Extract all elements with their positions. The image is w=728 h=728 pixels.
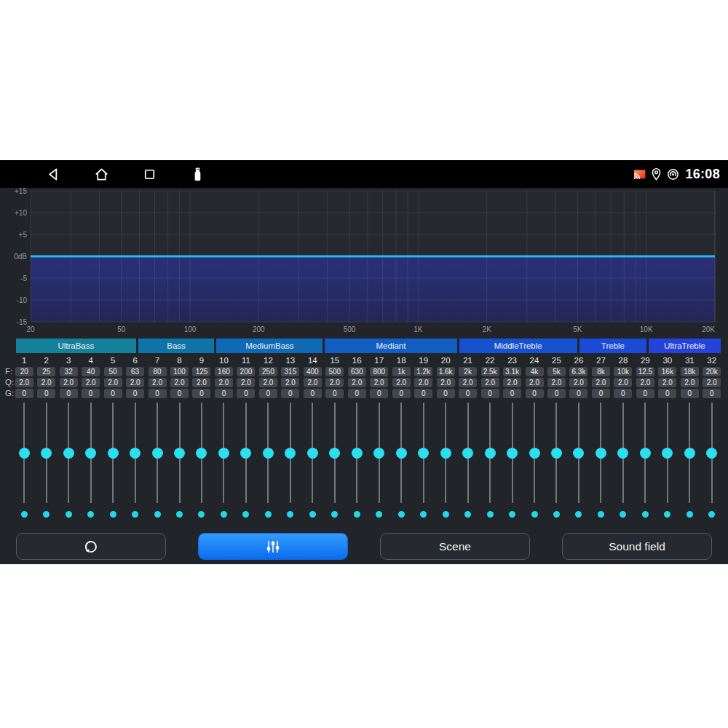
eq-band-21-slider-knob[interactable] xyxy=(462,448,473,459)
eq-band-21-slider[interactable] xyxy=(456,403,478,503)
channel-19-frequency-value[interactable]: 1.2k xyxy=(414,367,432,376)
channel-30-frequency-value[interactable]: 16k xyxy=(658,367,676,376)
channel-26-q-value[interactable]: 2.0 xyxy=(569,378,587,387)
sound-field-button[interactable]: Sound field xyxy=(562,533,712,560)
eq-band-22-slider[interactable] xyxy=(479,403,501,503)
channel-12-gain-value[interactable]: 0 xyxy=(259,389,277,398)
channel-24-q-value[interactable]: 2.0 xyxy=(526,378,544,387)
eq-band-16-slider[interactable] xyxy=(346,403,368,503)
channel-21-gain-value[interactable]: 0 xyxy=(459,389,477,398)
channel-6-q-value[interactable]: 2.0 xyxy=(126,378,144,387)
channel-31-frequency-value[interactable]: 18k xyxy=(681,367,699,376)
channel-9-gain-value[interactable]: 0 xyxy=(192,389,210,398)
channel-10-q-value[interactable]: 2.0 xyxy=(215,378,233,387)
channel-21-q-value[interactable]: 2.0 xyxy=(459,378,477,387)
eq-band-6-slider[interactable] xyxy=(124,403,146,503)
channel-15-gain-value[interactable]: 0 xyxy=(325,389,344,398)
eq-band-2-slider[interactable] xyxy=(35,403,57,503)
eq-band-20-slider-knob[interactable] xyxy=(440,448,451,459)
eq-band-13-slider[interactable] xyxy=(280,403,301,503)
eq-band-11-slider[interactable] xyxy=(235,403,257,503)
channel-20-gain-value[interactable]: 0 xyxy=(437,389,455,398)
channel-16-gain-value[interactable]: 0 xyxy=(348,389,366,398)
channel-4-q-value[interactable]: 2.0 xyxy=(82,378,100,387)
eq-band-32-slider-knob[interactable] xyxy=(706,448,717,459)
eq-band-15-slider-knob[interactable] xyxy=(329,448,340,459)
eq-band-5-slider-knob[interactable] xyxy=(108,448,119,459)
channel-9-frequency-value[interactable]: 125 xyxy=(192,367,210,376)
channel-2-frequency-value[interactable]: 25 xyxy=(37,367,55,376)
channel-18-frequency-value[interactable]: 1k xyxy=(392,367,411,376)
channel-23-gain-value[interactable]: 0 xyxy=(503,389,521,398)
channel-7-gain-value[interactable]: 0 xyxy=(149,389,167,398)
channel-26-gain-value[interactable]: 0 xyxy=(569,389,587,398)
recent-apps-icon[interactable] xyxy=(141,166,158,183)
eq-band-3-slider-knob[interactable] xyxy=(63,448,74,459)
eq-band-3-slider[interactable] xyxy=(58,403,79,503)
channel-28-gain-value[interactable]: 0 xyxy=(614,389,632,398)
channel-27-frequency-value[interactable]: 8k xyxy=(592,367,610,376)
channel-17-q-value[interactable]: 2.0 xyxy=(370,378,388,387)
channel-31-q-value[interactable]: 2.0 xyxy=(681,378,699,387)
eq-band-10-slider[interactable] xyxy=(213,403,234,503)
channel-3-frequency-value[interactable]: 32 xyxy=(60,367,78,376)
channel-17-frequency-value[interactable]: 800 xyxy=(370,367,388,376)
eq-band-7-slider-knob[interactable] xyxy=(152,448,163,459)
channel-3-gain-value[interactable]: 0 xyxy=(60,389,78,398)
channel-5-q-value[interactable]: 2.0 xyxy=(104,378,122,387)
eq-band-6-slider-knob[interactable] xyxy=(130,448,141,459)
eq-band-15-slider[interactable] xyxy=(324,403,346,503)
channel-19-q-value[interactable]: 2.0 xyxy=(414,378,432,387)
channel-2-gain-value[interactable]: 0 xyxy=(37,389,55,398)
eq-band-11-slider-knob[interactable] xyxy=(240,448,251,459)
scene-button[interactable]: Scene xyxy=(380,533,530,560)
channel-25-frequency-value[interactable]: 5k xyxy=(547,367,566,376)
channel-1-gain-value[interactable]: 0 xyxy=(15,389,33,398)
back-icon[interactable] xyxy=(45,166,62,183)
eq-band-29-slider[interactable] xyxy=(634,403,656,503)
channel-27-gain-value[interactable]: 0 xyxy=(592,389,610,398)
eq-band-32-slider[interactable] xyxy=(701,403,723,503)
eq-band-4-slider-knob[interactable] xyxy=(85,448,96,459)
channel-32-gain-value[interactable]: 0 xyxy=(703,389,721,398)
channel-21-frequency-value[interactable]: 2k xyxy=(459,367,477,376)
equalizer-button[interactable] xyxy=(198,533,348,560)
channel-4-frequency-value[interactable]: 40 xyxy=(82,367,100,376)
channel-13-q-value[interactable]: 2.0 xyxy=(281,378,299,387)
eq-band-7-slider[interactable] xyxy=(146,403,168,503)
channel-15-q-value[interactable]: 2.0 xyxy=(325,378,344,387)
eq-band-23-slider[interactable] xyxy=(501,403,523,503)
channel-32-frequency-value[interactable]: 20k xyxy=(703,367,721,376)
channel-13-gain-value[interactable]: 0 xyxy=(281,389,299,398)
channel-11-frequency-value[interactable]: 200 xyxy=(237,367,255,376)
channel-13-frequency-value[interactable]: 315 xyxy=(281,367,299,376)
eq-band-25-slider[interactable] xyxy=(545,403,567,503)
channel-28-frequency-value[interactable]: 10k xyxy=(614,367,632,376)
channel-22-q-value[interactable]: 2.0 xyxy=(481,378,499,387)
channel-32-q-value[interactable]: 2.0 xyxy=(703,378,721,387)
channel-29-gain-value[interactable]: 0 xyxy=(636,389,654,398)
channel-14-q-value[interactable]: 2.0 xyxy=(304,378,322,387)
channel-14-gain-value[interactable]: 0 xyxy=(304,389,322,398)
eq-band-14-slider-knob[interactable] xyxy=(307,448,318,459)
eq-band-20-slider[interactable] xyxy=(435,403,456,503)
eq-band-28-slider[interactable] xyxy=(612,403,634,503)
eq-band-26-slider-knob[interactable] xyxy=(573,448,584,459)
eq-band-10-slider-knob[interactable] xyxy=(218,448,229,459)
eq-band-22-slider-knob[interactable] xyxy=(485,448,496,459)
channel-17-gain-value[interactable]: 0 xyxy=(370,389,388,398)
eq-band-12-slider-knob[interactable] xyxy=(263,448,274,459)
eq-band-28-slider-knob[interactable] xyxy=(617,448,628,459)
eq-band-27-slider[interactable] xyxy=(590,403,612,503)
reset-button[interactable] xyxy=(16,533,166,560)
eq-band-16-slider-knob[interactable] xyxy=(352,448,363,459)
channel-31-gain-value[interactable]: 0 xyxy=(681,389,699,398)
channel-16-frequency-value[interactable]: 630 xyxy=(348,367,366,376)
channel-18-q-value[interactable]: 2.0 xyxy=(392,378,411,387)
eq-band-18-slider[interactable] xyxy=(390,403,412,503)
eq-band-13-slider-knob[interactable] xyxy=(285,448,296,459)
channel-24-frequency-value[interactable]: 4k xyxy=(526,367,544,376)
channel-19-gain-value[interactable]: 0 xyxy=(414,389,432,398)
channel-16-q-value[interactable]: 2.0 xyxy=(348,378,366,387)
channel-11-gain-value[interactable]: 0 xyxy=(237,389,255,398)
